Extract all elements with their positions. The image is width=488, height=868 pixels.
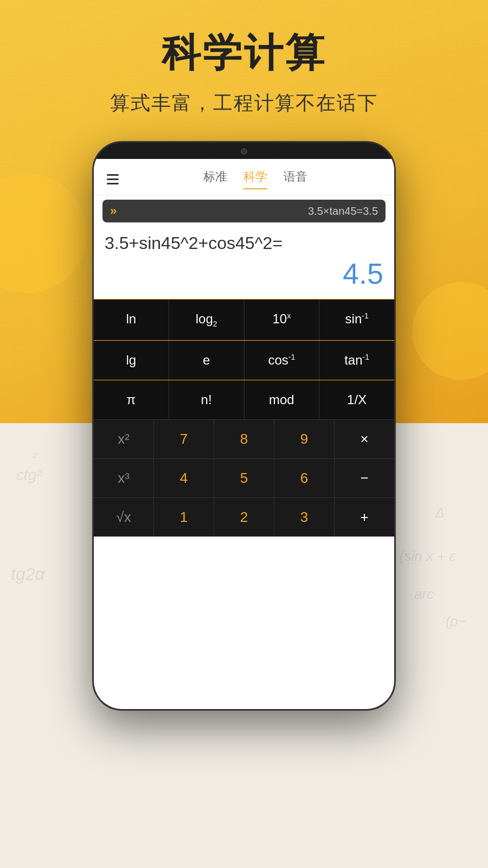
math-bg-text: ·(p− bbox=[441, 613, 466, 630]
key-9[interactable]: 9 bbox=[274, 420, 335, 458]
num-row-3: √x 1 2 3 + bbox=[94, 498, 394, 537]
key-10x[interactable]: 10x bbox=[245, 299, 320, 340]
history-arrow: » bbox=[110, 204, 117, 218]
math-bg-text: ² bbox=[33, 450, 36, 464]
tab-standard[interactable]: 标准 bbox=[203, 169, 227, 189]
menu-button[interactable] bbox=[107, 174, 119, 184]
key-x3[interactable]: x³ bbox=[94, 459, 154, 497]
math-bg-text: (sin x + ε bbox=[400, 548, 455, 565]
key-factorial[interactable]: n! bbox=[169, 380, 245, 419]
menu-line-1 bbox=[107, 174, 119, 176]
key-sqrt[interactable]: √x bbox=[94, 498, 154, 537]
sci-row-1: ln log2 10x sin-1 bbox=[94, 299, 394, 341]
key-mod[interactable]: mod bbox=[245, 380, 320, 419]
header-section: 科学计算 算式丰富，工程计算不在话下 bbox=[0, 27, 488, 117]
key-6[interactable]: 6 bbox=[274, 459, 335, 497]
phone-screen: 标准 科学 语音 » 3.5×tan45=3.5 3.5+sin45^2+cos… bbox=[94, 159, 394, 709]
phone-frame: 标准 科学 语音 » 3.5×tan45=3.5 3.5+sin45^2+cos… bbox=[92, 141, 396, 711]
nav-bar: 标准 科学 语音 bbox=[94, 159, 394, 195]
key-arcsin[interactable]: sin-1 bbox=[319, 299, 394, 340]
key-1[interactable]: 1 bbox=[154, 498, 214, 537]
number-keyboard: x² 7 8 9 × x³ 4 5 6 − √x 1 2 3 + bbox=[94, 419, 394, 537]
key-reciprocal[interactable]: 1/X bbox=[319, 380, 394, 419]
menu-line-3 bbox=[107, 183, 119, 184]
key-8[interactable]: 8 bbox=[214, 420, 274, 458]
key-multiply[interactable]: × bbox=[335, 420, 394, 458]
key-pi[interactable]: π bbox=[94, 380, 169, 419]
math-bg-text: Δ bbox=[435, 505, 445, 521]
key-arccos[interactable]: cos-1 bbox=[245, 341, 320, 380]
nav-tabs: 标准 科学 语音 bbox=[130, 169, 381, 189]
math-bg-text: arc bbox=[414, 586, 434, 603]
key-3[interactable]: 3 bbox=[274, 498, 335, 537]
key-4[interactable]: 4 bbox=[154, 459, 214, 497]
sci-row-2: lg e cos-1 tan-1 bbox=[94, 341, 394, 380]
sci-row-3: π n! mod 1/X bbox=[94, 380, 394, 419]
key-lg[interactable]: lg bbox=[94, 341, 169, 380]
num-row-1: x² 7 8 9 × bbox=[94, 420, 394, 459]
display-area: » 3.5×tan45=3.5 3.5+sin45^2+cos45^2= 4.5 bbox=[94, 195, 394, 299]
key-e[interactable]: e bbox=[169, 341, 245, 380]
num-row-2: x³ 4 5 6 − bbox=[94, 459, 394, 498]
tab-voice[interactable]: 语音 bbox=[284, 169, 307, 189]
key-ln[interactable]: ln bbox=[94, 299, 169, 340]
key-x2[interactable]: x² bbox=[94, 420, 154, 458]
main-expression: 3.5+sin45^2+cos45^2= bbox=[102, 228, 386, 257]
history-expression: 3.5×tan45=3.5 bbox=[123, 205, 378, 218]
key-2[interactable]: 2 bbox=[214, 498, 274, 537]
key-arctan[interactable]: tan-1 bbox=[319, 341, 394, 380]
history-display: » 3.5×tan45=3.5 bbox=[102, 200, 386, 222]
main-title: 科学计算 bbox=[0, 27, 488, 79]
phone-camera bbox=[241, 148, 247, 155]
tab-science[interactable]: 科学 bbox=[243, 169, 267, 189]
key-plus[interactable]: + bbox=[335, 498, 394, 537]
scientific-keyboard: ln log2 10x sin-1 lg e cos-1 tan-1 π n! … bbox=[94, 299, 394, 419]
key-7[interactable]: 7 bbox=[154, 420, 214, 458]
key-minus[interactable]: − bbox=[335, 459, 394, 497]
menu-line-2 bbox=[107, 178, 119, 180]
phone-notch bbox=[206, 143, 282, 159]
key-5[interactable]: 5 bbox=[214, 459, 274, 497]
key-log2[interactable]: log2 bbox=[169, 299, 245, 340]
math-bg-text: ctg² bbox=[16, 467, 42, 484]
main-result: 4.5 bbox=[102, 257, 386, 295]
math-bg-text: tg2α bbox=[11, 564, 45, 584]
sub-title: 算式丰富，工程计算不在话下 bbox=[0, 90, 488, 117]
